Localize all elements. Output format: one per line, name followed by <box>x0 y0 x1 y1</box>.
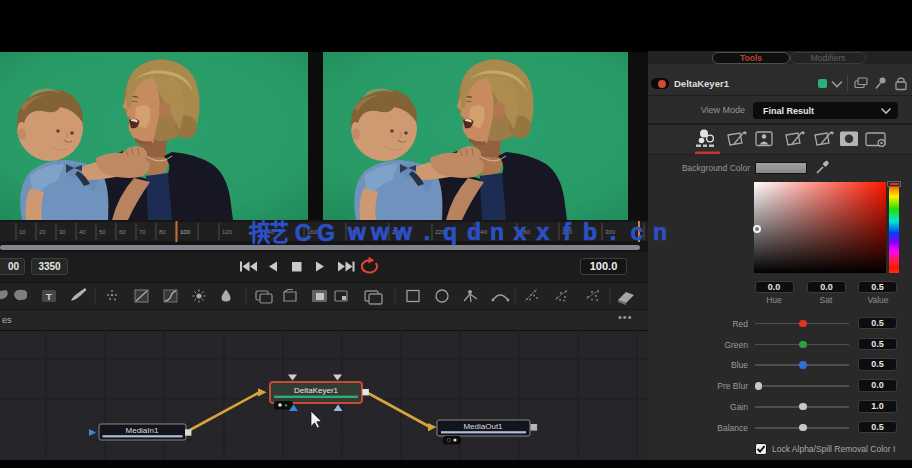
svg-text:G: G <box>317 220 335 246</box>
svg-text:C: C <box>295 220 312 246</box>
svg-text:w: w <box>347 219 366 245</box>
svg-text:.: . <box>424 219 430 245</box>
svg-text:x: x <box>537 219 550 245</box>
svg-text:n: n <box>490 219 504 245</box>
svg-text:f: f <box>563 219 571 245</box>
svg-text:w: w <box>393 219 412 245</box>
svg-text:q: q <box>443 219 457 245</box>
svg-text:x: x <box>514 219 527 245</box>
svg-text:d: d <box>467 219 481 245</box>
svg-text:c: c <box>631 219 644 245</box>
svg-text:.: . <box>610 219 616 245</box>
svg-text:n: n <box>653 219 667 245</box>
svg-text:w: w <box>370 219 389 245</box>
svg-text:b: b <box>583 219 597 245</box>
